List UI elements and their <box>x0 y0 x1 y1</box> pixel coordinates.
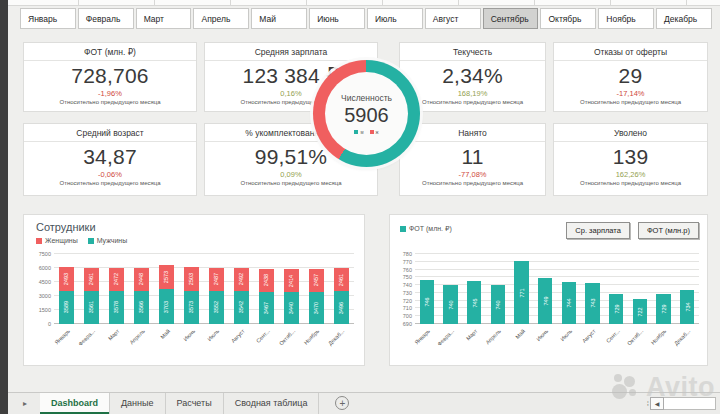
bar-segment: 746 <box>420 280 434 324</box>
month-tab[interactable]: Февраль <box>78 8 134 29</box>
bar-value-label: 2503 <box>189 273 195 285</box>
bar-column: 734Декаб... <box>675 254 699 324</box>
bar-value-label: 729 <box>613 304 619 313</box>
bar-segment: 3589 <box>59 291 74 324</box>
legend-item: Мужчины <box>88 237 128 244</box>
month-tab[interactable]: Июль <box>367 8 423 29</box>
bar-column: 771Май <box>510 254 534 324</box>
legend-swatch <box>88 238 94 244</box>
chart-title: Сотрудники <box>36 221 96 233</box>
legend-swatch <box>370 130 374 134</box>
month-tab[interactable]: Август <box>425 8 481 29</box>
y-axis-tick-label: 4500 <box>27 279 51 285</box>
donut-legend-item: м <box>354 130 363 135</box>
month-tab[interactable]: Октябрь <box>540 8 596 29</box>
bar-value-label: 2493 <box>64 273 70 285</box>
x-axis-label: Февра... <box>436 328 455 347</box>
x-axis-label: Октяб... <box>277 328 295 346</box>
month-tab[interactable]: Январь <box>20 8 76 29</box>
y-axis-tick-label: 730 <box>388 290 412 296</box>
bar-segment: 2461 <box>334 268 349 291</box>
bar-column: 749Июнь <box>533 254 557 324</box>
sheet-tab[interactable]: Сводная таблица <box>224 393 320 414</box>
bar-value-label: 743 <box>589 299 595 308</box>
y-axis-tick-label: 750 <box>388 274 412 280</box>
month-tab[interactable]: Декабрь <box>656 8 712 29</box>
stacked-bar-plot: 01500300045006000750035892493Январь35612… <box>54 254 354 324</box>
bar-value-label: 3552 <box>214 301 220 313</box>
bar-segment: 2448 <box>134 268 149 291</box>
bar-segment: 734 <box>680 290 694 324</box>
bar-value-label: 3542 <box>239 301 245 313</box>
month-tabs: ЯнварьФевральМартАпрельМайИюньИюльАвгуст… <box>20 8 712 29</box>
bar-segment: 722 <box>633 299 647 324</box>
chart-legend: ФОТ (млн. ₽) <box>400 225 452 233</box>
month-tab[interactable]: Март <box>136 8 192 29</box>
bar-column: 740Апрель <box>486 254 510 324</box>
bar-segment: 3470 <box>309 292 324 324</box>
add-sheet-icon[interactable]: + <box>335 396 349 410</box>
bar-column: 729Ноябрь <box>652 254 676 324</box>
bar-segment: 729 <box>656 294 670 324</box>
bar-segment: 3573 <box>184 291 199 324</box>
bar-plot: 690700710720730740750760770780746Январь7… <box>415 254 699 324</box>
bar-value-label: 3440 <box>289 302 295 314</box>
chart-toggle-button[interactable]: Ср. зарплата <box>566 222 630 239</box>
kpi-value: 29 <box>554 64 707 88</box>
sheet-tab[interactable]: Dashboard <box>40 393 110 414</box>
month-tab[interactable]: Ноябрь <box>598 8 654 29</box>
scrollbar-track[interactable] <box>664 397 716 410</box>
kpi-delta: 168,19% <box>400 89 545 98</box>
kpi-note: Относительно предыдущего месяца <box>400 180 545 186</box>
bar-segment: 2457 <box>309 269 324 292</box>
kpi-value: 34,87 <box>24 145 196 169</box>
kpi-note: Относительно предыдущего месяца <box>400 99 545 105</box>
bar-column: 37032573Май <box>154 254 179 324</box>
legend-label: Женщины <box>45 237 78 244</box>
month-tab[interactable]: Апрель <box>193 8 249 29</box>
bar-value-label: 2461 <box>89 273 95 285</box>
bar-segment: 3542 <box>234 291 249 324</box>
x-axis-label: Август <box>581 328 597 344</box>
x-axis-label: Январь <box>413 328 431 346</box>
bar-value-label: 740 <box>495 300 501 309</box>
month-tab[interactable]: Сентябрь <box>483 8 539 29</box>
bar-value-label: 3470 <box>314 302 320 314</box>
sheet-nav-next-icon[interactable]: ▸ <box>12 393 38 414</box>
donut-hole: Численность 5906 мж <box>325 72 408 155</box>
kpi-note: Относительно предыдущего месяца <box>24 180 196 186</box>
month-tab[interactable]: Май <box>251 8 307 29</box>
bar-segment: 3440 <box>284 292 299 324</box>
bar-column: 743Август <box>581 254 605 324</box>
y-axis-tick-label: 710 <box>388 305 412 311</box>
month-tab[interactable]: Июнь <box>309 8 365 29</box>
bar-column: 34402414Октяб... <box>279 254 304 324</box>
kpi-note: Относительно предыдущего месяца <box>24 99 196 105</box>
bar-value-label: 3561 <box>89 301 95 313</box>
y-axis-tick-label: 3000 <box>27 293 51 299</box>
bar-segment: 2487 <box>209 268 224 291</box>
kpi-title: ФОТ (млн. ₽) <box>24 43 196 61</box>
bar-segment: 3566 <box>134 291 149 324</box>
x-axis-label: Июль <box>207 328 221 342</box>
bar-value-label: 3578 <box>114 301 120 313</box>
x-axis-label: Май <box>159 328 171 340</box>
legend-swatch <box>36 238 42 244</box>
kpi-title: Отказы от оферты <box>554 43 707 61</box>
sheet-tab[interactable]: Расчеты <box>166 393 224 414</box>
kpi-title: Средний возраст <box>24 124 196 142</box>
sheet-tabs: DashboardДанныеРасчетыСводная таблица <box>40 393 319 414</box>
y-axis-tick-label: 6000 <box>27 265 51 271</box>
kpi-note: Относительно предыдущего месяца <box>554 99 707 105</box>
bar-column: 35782472Март <box>104 254 129 324</box>
bar-value-label: 3589 <box>64 301 70 313</box>
y-axis-tick-label: 1500 <box>27 307 51 313</box>
x-axis-label: Февра... <box>77 328 96 347</box>
sheet-tab[interactable]: Данные <box>110 393 166 414</box>
bar-value-label: 740 <box>447 300 453 309</box>
scrollbar-drag-handle-icon[interactable]: ⁞ <box>647 399 648 408</box>
bar-value-label: 745 <box>471 298 477 307</box>
chart-toggle-button[interactable]: ФОТ (млн.р) <box>638 222 699 239</box>
scroll-left-icon[interactable]: ◀ <box>650 397 664 410</box>
donut-title: Численность <box>341 93 392 103</box>
